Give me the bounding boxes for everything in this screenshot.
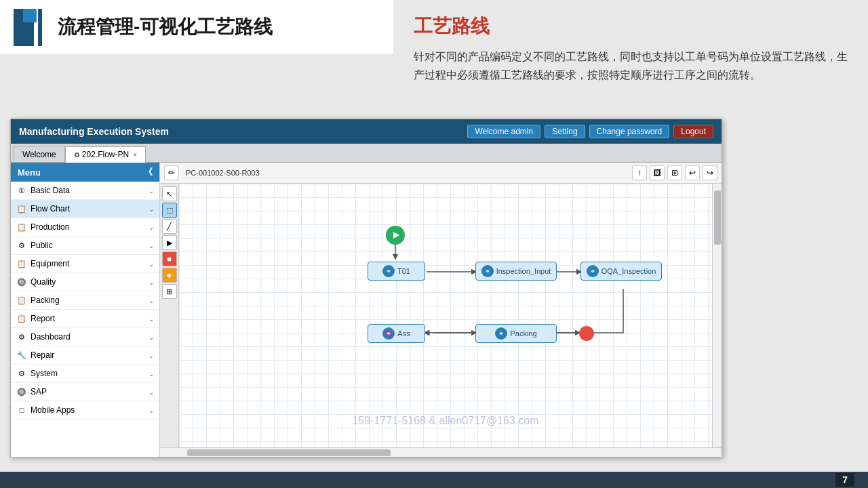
- arrow-tool[interactable]: ▶: [162, 235, 177, 250]
- page-title: 流程管理-可视化工艺路线: [58, 14, 273, 40]
- t01-label: T01: [397, 267, 410, 275]
- welcome-button[interactable]: Welcome admin: [467, 125, 540, 138]
- system-icon: ⚙: [16, 368, 27, 379]
- dashboard-icon: ⚙: [16, 331, 27, 342]
- sidebar-item-basic-data[interactable]: ① Basic Data ⌄: [11, 182, 159, 200]
- chevron-down-icon-4: ⌄: [149, 242, 154, 249]
- sidebar-item-public[interactable]: ⚙ Public ⌄: [11, 237, 159, 255]
- sidebar-item-dashboard[interactable]: ⚙ Dashboard ⌄: [11, 328, 159, 346]
- select-tool[interactable]: ⬚: [162, 203, 177, 218]
- repair-icon: 🔧: [16, 350, 27, 361]
- sidebar-item-sap[interactable]: 🔘 SAP ⌄: [11, 383, 159, 401]
- chevron-down-icon-13: ⌄: [149, 407, 154, 414]
- basic-data-icon: ①: [16, 185, 27, 196]
- stop-tool[interactable]: ■: [162, 251, 177, 266]
- sap-icon: 🔘: [16, 386, 27, 397]
- slide-number: 7: [835, 473, 854, 487]
- chevron-down-icon-12: ⌄: [149, 388, 154, 396]
- sidebar-item-production[interactable]: 📋 Production ⌄: [11, 218, 159, 237]
- t01-node-icon: [382, 265, 395, 277]
- sidebar-item-packing[interactable]: 📋 Packing ⌄: [11, 291, 159, 310]
- export-icon[interactable]: ↑: [632, 165, 647, 180]
- image-icon[interactable]: 🖼: [650, 165, 665, 180]
- mes-tabbar: Welcome ⚙ 202.Flow-PN ×: [11, 144, 722, 163]
- chevron-down-icon-6: ⌄: [149, 279, 154, 286]
- sidebar-item-equipment[interactable]: 📋 Equipment ⌄: [11, 255, 159, 273]
- oqa-inspection-icon: [587, 265, 599, 277]
- mes-titlebar-buttons: Welcome admin Setting Change password Lo…: [467, 125, 713, 138]
- flow-node-ass[interactable]: Ass: [368, 324, 425, 343]
- chevron-down-icon: ⌄: [149, 187, 154, 195]
- canvas-main[interactable]: T01 Inspection_Input OQA_I: [179, 184, 712, 447]
- right-panel-title: 工艺路线: [414, 14, 848, 39]
- cursor-tool[interactable]: ↖: [162, 186, 177, 201]
- logo-block: 流程管理-可视化工艺路线: [14, 9, 273, 46]
- sidebar-item-quality[interactable]: 🔘 Quality ⌄: [11, 273, 159, 291]
- right-panel-description: 针对不同的产品编码定义不同的工艺路线，同时也支持以工单号码为单位设置工艺路线，生…: [414, 47, 848, 84]
- sidebar-header: Menu 《: [11, 163, 159, 182]
- canvas-wrapper: ↖ ⬚ ╱ ▶ ■ ◆ ⊞: [160, 184, 722, 447]
- chevron-down-icon-5: ⌄: [149, 260, 154, 268]
- line-tool[interactable]: ╱: [162, 219, 177, 234]
- sidebar-item-flow-chart[interactable]: 📋 Flow Chart ⌄: [11, 200, 159, 218]
- chevron-down-icon-3: ⌄: [149, 224, 154, 231]
- sidebar-item-report[interactable]: 📋 Report ⌄: [11, 310, 159, 328]
- right-panel: 工艺路线 针对不同的产品编码定义不同的工艺路线，同时也支持以工单号码为单位设置工…: [393, 0, 868, 98]
- mes-window: Manufacturing Execution System Welcome a…: [10, 119, 722, 458]
- packing-label: Packing: [510, 329, 536, 338]
- ass-label: Ass: [397, 329, 410, 338]
- setting-button[interactable]: Setting: [545, 125, 585, 138]
- packing-node-icon: [495, 327, 507, 340]
- production-icon: 📋: [16, 222, 27, 232]
- logo-icon: [14, 9, 51, 46]
- bottom-bar: 7: [0, 472, 868, 488]
- canvas-toolbar: ✏ PC-001002-S00-R003 ↑ 🖼 ⊞ ↩ ↪: [160, 163, 722, 184]
- chevron-down-icon-10: ⌄: [149, 352, 154, 359]
- quality-icon: 🔘: [16, 277, 27, 287]
- vertical-scrollbar[interactable]: [712, 184, 722, 447]
- canvas-area: ✏ PC-001002-S00-R003 ↑ 🖼 ⊞ ↩ ↪ ↖ ⬚ ╱ ▶ ■…: [160, 163, 722, 457]
- sidebar-item-repair[interactable]: 🔧 Repair ⌄: [11, 346, 159, 365]
- mes-content: Menu 《 ① Basic Data ⌄ 📋 Flow Chart ⌄ �: [11, 163, 722, 457]
- logout-button[interactable]: Logout: [673, 125, 713, 138]
- sidebar: Menu 《 ① Basic Data ⌄ 📋 Flow Chart ⌄ �: [11, 163, 160, 457]
- flow-node-inspection-input[interactable]: Inspection_Input: [475, 262, 557, 281]
- flow-chart-icon: 📋: [16, 203, 27, 214]
- mobile-apps-icon: □: [16, 405, 27, 415]
- tab-welcome[interactable]: Welcome: [14, 146, 65, 162]
- sidebar-item-mobile-apps[interactable]: □ Mobile Apps ⌄: [11, 401, 159, 420]
- sidebar-item-system[interactable]: ⚙ System ⌄: [11, 365, 159, 383]
- flow-node-oqa-inspection[interactable]: OQA_Inspection: [580, 262, 662, 281]
- ass-node-icon: [382, 327, 395, 340]
- draw-tools-panel: ↖ ⬚ ╱ ▶ ■ ◆ ⊞: [160, 184, 179, 447]
- flow-node-t01[interactable]: T01: [368, 262, 425, 281]
- equipment-icon: 📋: [16, 258, 27, 269]
- tab-close-icon[interactable]: ×: [133, 151, 137, 159]
- mes-titlebar: Manufacturing Execution System Welcome a…: [11, 119, 722, 144]
- flow-node-packing[interactable]: Packing: [475, 324, 557, 343]
- public-icon: ⚙: [16, 240, 27, 251]
- change-password-button[interactable]: Change password: [589, 125, 670, 138]
- redo-icon[interactable]: ↪: [703, 165, 717, 180]
- oqa-inspection-label: OQA_Inspection: [601, 267, 656, 275]
- report-icon: 📋: [16, 313, 27, 324]
- grid-tool[interactable]: ⊞: [162, 284, 177, 299]
- pencil-icon[interactable]: ✏: [164, 165, 179, 180]
- chevron-down-icon-11: ⌄: [149, 370, 154, 378]
- canvas-grid: [179, 184, 712, 447]
- chevron-down-icon-2: ⌄: [149, 205, 154, 213]
- path-label: PC-001002-S00-R003: [186, 169, 260, 177]
- chevron-down-icon-7: ⌄: [149, 297, 154, 304]
- packing-icon: 📋: [16, 295, 27, 306]
- sidebar-collapse-icon[interactable]: 《: [144, 166, 153, 178]
- chevron-down-icon-8: ⌄: [149, 315, 154, 323]
- undo-icon[interactable]: ↩: [685, 165, 700, 180]
- chevron-down-icon-9: ⌄: [149, 333, 154, 341]
- flow-start-node[interactable]: [386, 226, 405, 245]
- inspection-input-label: Inspection_Input: [496, 267, 551, 275]
- table-icon[interactable]: ⊞: [667, 165, 682, 180]
- flow-end-node[interactable]: [579, 326, 594, 341]
- tab-flow-pn[interactable]: ⚙ 202.Flow-PN ×: [65, 146, 146, 163]
- horizontal-scrollbar[interactable]: [160, 447, 722, 457]
- diamond-tool[interactable]: ◆: [162, 268, 177, 283]
